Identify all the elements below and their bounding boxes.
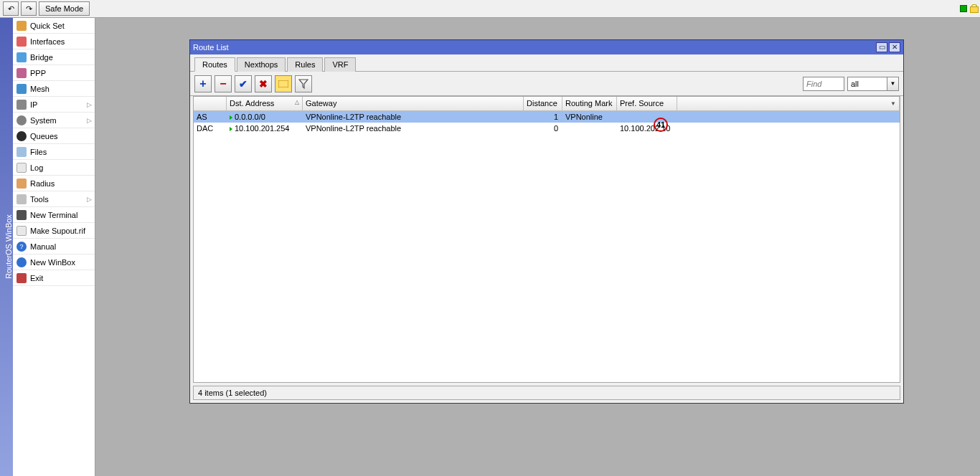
th-columns-menu[interactable]: ▼ [677,97,900,110]
ic-supout-icon [16,225,27,237]
tab-rules[interactable]: Rules [287,57,323,72]
ic-quickset-icon [16,20,27,32]
table-row[interactable]: DAC10.100.201.254VPNonline-L2TP reachabl… [194,123,900,134]
menu-item-ppp[interactable]: PPP [13,65,95,81]
menu-item-label: IP [30,100,37,109]
menu-item-label: PPP [30,69,46,77]
route-table: Dst. Address △ Gateway Distance Routing … [193,96,900,383]
menu-item-label: Make Supout.rif [30,227,85,235]
table-body: AS0.0.0.0/0VPNonline-L2TP reachable1VPNo… [194,111,900,382]
top-toolbar-right [960,4,977,13]
window-title: Route List [193,43,875,52]
menu-item-exit[interactable]: Exit [13,270,95,286]
active-route-icon [230,127,232,131]
menu-item-interfaces[interactable]: Interfaces [13,34,95,49]
cell-rest [677,111,900,123]
find-input[interactable] [803,77,844,91]
menu-item-label: Manual [30,242,56,251]
window-titlebar[interactable]: Route List ▭ ✕ [190,40,903,54]
ic-winbox-icon [16,257,27,268]
menu-item-mesh[interactable]: Mesh [13,81,95,97]
submenu-arrow-icon: ▷ [87,117,92,124]
filter-button[interactable] [295,75,312,92]
menu-item-ip[interactable]: IP▷ [13,97,95,113]
menu-item-label: Queues [30,132,58,141]
cell-routing-mark [562,123,617,134]
comment-icon [278,80,288,87]
submenu-arrow-icon: ▷ [87,196,92,203]
submenu-arrow-icon: ▷ [87,101,92,108]
disable-button[interactable]: ✖ [255,75,272,92]
cell-pref-source: 10.100.202.10 [617,123,677,134]
th-flags[interactable] [194,97,227,110]
th-distance[interactable]: Distance [524,97,562,110]
ic-files-icon [16,146,27,158]
enable-button[interactable]: ✔ [235,75,252,92]
menu-item-tools[interactable]: Tools▷ [13,191,95,207]
table-row[interactable]: AS0.0.0.0/0VPNonline-L2TP reachable1VPNo… [194,111,900,123]
ic-ip-icon [16,99,27,110]
menu-item-label: Interfaces [30,37,65,46]
tab-vrf[interactable]: VRF [324,57,356,72]
cell-routing-mark: VPNonline [562,111,617,123]
comment-button[interactable] [275,75,292,92]
menu-item-label: Files [30,148,47,156]
th-pref-source[interactable]: Pref. Source [617,97,677,110]
cell-distance: 0 [524,123,562,134]
menu-item-bridge[interactable]: Bridge [13,49,95,65]
minimize-button[interactable]: ▭ [876,42,887,52]
menu-item-label: Mesh [30,85,50,93]
svg-rect-0 [278,80,288,87]
th-routing-mark[interactable]: Routing Mark [562,97,617,110]
cell-dst: 10.100.201.254 [227,123,303,134]
add-button[interactable]: + [194,75,212,92]
menu-item-files[interactable]: Files [13,144,95,160]
th-gateway[interactable]: Gateway [303,97,524,110]
menu-item-new-winbox[interactable]: New WinBox [13,254,95,270]
cell-flags: AS [194,111,227,123]
sort-asc-icon: △ [295,99,299,105]
lock-icon [970,4,977,13]
th-dst-address[interactable]: Dst. Address △ [227,97,303,110]
sidebar: RouterOS WinBox Quick SetInterfacesBridg… [0,18,95,476]
safe-mode-button[interactable]: Safe Mode [39,1,90,16]
menu-item-make-supout-rif[interactable]: Make Supout.rif [13,223,95,239]
menu-item-new-terminal[interactable]: New Terminal [13,207,95,223]
route-list-window: Route List ▭ ✕ Routes Nexthops Rules VRF… [189,39,904,404]
inner-toolbar: + − ✔ ✖ all ▼ [190,72,903,96]
workspace: Route List ▭ ✕ Routes Nexthops Rules VRF… [95,18,980,476]
tab-nexthops[interactable]: Nexthops [237,57,286,72]
ic-ppp-icon [16,67,27,79]
remove-button[interactable]: − [215,75,232,92]
active-route-icon [230,115,232,120]
ic-tools-icon [16,194,27,205]
filter-select-value: all [847,77,887,91]
menu-item-quick-set[interactable]: Quick Set [13,18,95,34]
main-menu: Quick SetInterfacesBridgePPPMeshIP▷Syste… [13,18,95,476]
tab-routes[interactable]: Routes [194,57,235,72]
filter-select[interactable]: all ▼ [847,77,899,91]
menu-item-label: Log [30,163,43,172]
status-indicator-icon [960,5,967,12]
status-bar: 4 items (1 selected) [193,386,900,400]
ic-log-icon [16,162,27,173]
menu-item-radius[interactable]: Radius [13,176,95,191]
menu-item-system[interactable]: System▷ [13,113,95,128]
funnel-icon [298,79,308,89]
close-button[interactable]: ✕ [889,42,900,52]
cell-distance: 1 [524,111,562,123]
redo-button[interactable]: ↷ [21,1,37,16]
menu-item-label: New WinBox [30,258,75,267]
menu-item-manual[interactable]: ?Manual [13,239,95,254]
menu-item-label: Radius [30,179,55,188]
table-header: Dst. Address △ Gateway Distance Routing … [194,97,900,111]
filter-select-arrow-icon[interactable]: ▼ [887,77,899,91]
cell-gateway: VPNonline-L2TP reachable [303,111,524,123]
menu-item-label: Exit [30,274,43,282]
menu-item-log[interactable]: Log [13,160,95,176]
ic-terminal-icon [16,209,27,221]
ic-radius-icon [16,178,27,189]
cell-rest [677,123,900,134]
menu-item-queues[interactable]: Queues [13,128,95,144]
undo-button[interactable]: ↶ [3,1,19,16]
